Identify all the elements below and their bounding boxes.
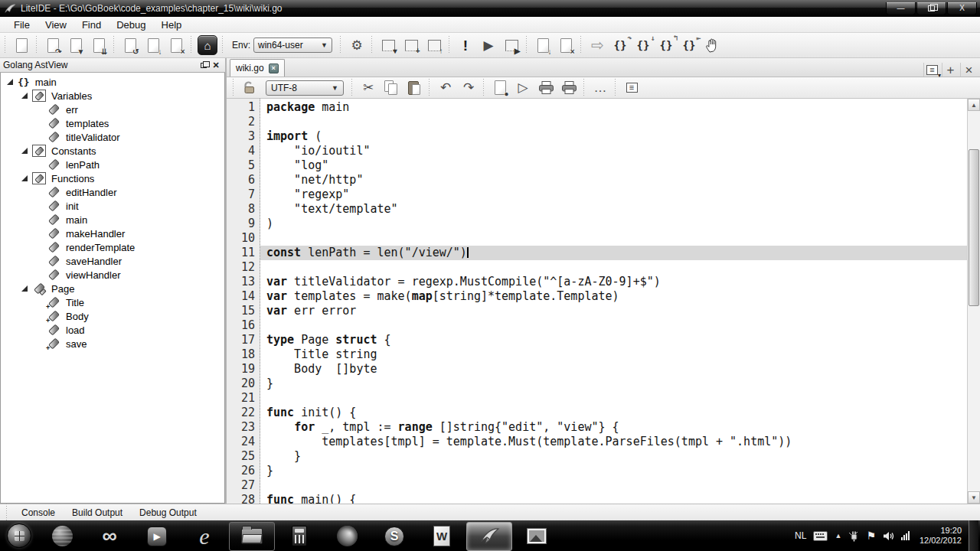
tree-item-edithandler[interactable]: editHandler <box>1 185 224 199</box>
photo-viewer-icon[interactable] <box>514 522 560 551</box>
tree-item-templates[interactable]: templates <box>1 116 224 130</box>
expander-icon[interactable] <box>21 148 28 154</box>
build-file-icon[interactable]: + <box>400 34 423 56</box>
home-button[interactable]: ⌂ <box>196 34 219 56</box>
close-file-icon[interactable]: ↓ <box>142 34 165 56</box>
code-line-27[interactable]: 27 <box>227 478 967 493</box>
tree-item-err[interactable]: err <box>1 103 224 116</box>
output-tab-debug-output[interactable]: Debug Output <box>132 506 204 520</box>
run-icon[interactable]: ▶ <box>477 34 500 56</box>
build-icon[interactable]: ▾ <box>377 34 400 56</box>
code-line-14[interactable]: 14var templates = make(map[string]*templ… <box>227 289 967 304</box>
windows-explorer-icon[interactable] <box>229 522 275 551</box>
cut-icon[interactable]: ✂ <box>357 77 380 99</box>
restore-button[interactable] <box>916 2 946 15</box>
tab-list-button[interactable]: ≡▾ <box>923 63 940 77</box>
expander-icon[interactable] <box>21 93 28 99</box>
menu-file[interactable]: File <box>6 18 38 32</box>
tree-item-main[interactable]: main <box>1 213 224 227</box>
undo-icon[interactable]: ↶ <box>434 77 457 99</box>
encoding-dropdown[interactable]: UTF-8▼ <box>266 80 344 96</box>
tree-item-titlevalidator[interactable]: titleValidator <box>1 130 224 144</box>
show-hidden-icons-button[interactable]: ▲ <box>835 532 841 540</box>
code-line-12[interactable]: 12 <box>227 260 967 275</box>
code-line-3[interactable]: 3import ( <box>227 129 967 144</box>
code-line-20[interactable]: 20} <box>227 377 967 391</box>
network-signal-icon[interactable] <box>901 531 910 540</box>
code-line-6[interactable]: 6 "net/http" <box>227 173 967 187</box>
code-line-18[interactable]: 18 Title string <box>227 347 967 362</box>
code-line-23[interactable]: 23 for _, tmpl := range []string{"edit",… <box>227 420 967 435</box>
file-info-icon[interactable]: ≡ <box>620 77 643 99</box>
record-macro-icon[interactable]: ● <box>488 77 511 99</box>
tab-wiki-go[interactable]: wiki.go × <box>230 59 285 77</box>
tree-item-constants[interactable]: Constants <box>1 144 224 158</box>
clock[interactable]: 19:20 12/02/2012 <box>916 526 962 546</box>
minimize-button[interactable]: — <box>886 2 916 15</box>
more-button[interactable]: … <box>589 77 612 99</box>
tree-item-title[interactable]: +Title <box>1 295 224 309</box>
code-line-22[interactable]: 22func init() { <box>227 406 967 420</box>
code-line-13[interactable]: 13var titleValidator = regexp.MustCompil… <box>227 275 967 289</box>
messenger-sphere-icon[interactable] <box>39 522 85 551</box>
rebuild-icon[interactable]: ↑ <box>423 34 446 56</box>
tree-item-load[interactable]: load <box>1 323 224 337</box>
execute-file-icon[interactable]: ! <box>454 34 477 56</box>
calculator-icon[interactable] <box>276 522 322 551</box>
env-dropdown[interactable]: win64-user▼ <box>253 37 332 53</box>
keyboard-icon[interactable] <box>813 531 828 541</box>
scroll-up-button[interactable]: ▲ <box>968 99 980 111</box>
lock-icon[interactable] <box>238 77 261 99</box>
code-line-19[interactable]: 19 Body []byte <box>227 362 967 377</box>
internet-explorer-icon[interactable]: e <box>181 522 227 551</box>
firefox-icon[interactable] <box>324 522 370 551</box>
print-preview-icon[interactable] <box>557 77 580 99</box>
menu-find[interactable]: Find <box>74 18 109 32</box>
code-line-28[interactable]: 28func main() { <box>227 493 967 504</box>
print-icon[interactable] <box>534 77 557 99</box>
step-finish-icon[interactable]: {}⇤ <box>678 34 701 56</box>
build-and-run-icon[interactable]: ▶ <box>500 34 523 56</box>
tree-item-variables[interactable]: Variables <box>1 89 224 103</box>
tree-item-functions[interactable]: Functions <box>1 171 224 185</box>
volume-icon[interactable] <box>883 531 894 541</box>
expander-icon[interactable] <box>21 285 28 292</box>
tree-item-makehandler[interactable]: makeHandler <box>1 227 224 240</box>
menu-view[interactable]: View <box>38 18 74 32</box>
code-line-8[interactable]: 8 "text/template" <box>227 202 967 217</box>
visual-studio-icon[interactable]: ∞ <box>87 522 132 551</box>
code-line-15[interactable]: 15var err error <box>227 304 967 318</box>
code-line-17[interactable]: 17type Page struct { <box>227 333 967 347</box>
menu-help[interactable]: Help <box>154 18 190 32</box>
liteide-icon[interactable] <box>466 522 512 551</box>
output-tab-build-output[interactable]: Build Output <box>65 506 129 520</box>
save-all-icon[interactable]: ⇊ <box>87 34 110 56</box>
redo-icon[interactable]: ↷ <box>457 77 480 99</box>
code-line-21[interactable]: 21 <box>227 391 967 406</box>
scroll-down-button[interactable]: ▼ <box>968 491 980 504</box>
close-button[interactable]: X <box>947 2 977 15</box>
start-button[interactable] <box>7 523 31 548</box>
split-editor-button[interactable]: + <box>942 63 959 77</box>
code-line-9[interactable]: 9) <box>227 217 967 231</box>
options-gear-icon[interactable]: ⚙ <box>345 34 368 56</box>
skype-icon[interactable]: S <box>371 522 417 551</box>
copy-icon[interactable] <box>380 77 403 99</box>
float-panel-button[interactable] <box>198 60 210 70</box>
code-line-11[interactable]: 11const lenPath = len("/view/") <box>227 246 967 260</box>
tree-item-viewhandler[interactable]: viewHandler <box>1 268 224 282</box>
close-panel-button[interactable]: ✕ <box>210 60 222 70</box>
output-tab-console[interactable]: Console <box>15 506 62 520</box>
tree-item-savehandler[interactable]: saveHandler <box>1 254 224 268</box>
code-line-24[interactable]: 24 templates[tmpl] = template.Must(templ… <box>227 435 967 449</box>
continue-debug-icon[interactable]: ⇨ <box>586 34 609 56</box>
media-player-icon[interactable]: ▶ <box>134 522 180 551</box>
tree-item-lenpath[interactable]: lenPath <box>1 158 224 171</box>
close-all-files-icon[interactable]: × <box>165 34 188 56</box>
tab-close-button[interactable]: × <box>269 64 279 73</box>
tree-item-init[interactable]: init <box>1 199 224 213</box>
tree-item-page[interactable]: Page <box>1 282 224 295</box>
code-line-2[interactable]: 2 <box>227 115 967 129</box>
step-over-icon[interactable]: {}↷ <box>609 34 632 56</box>
expander-icon[interactable] <box>21 175 28 181</box>
